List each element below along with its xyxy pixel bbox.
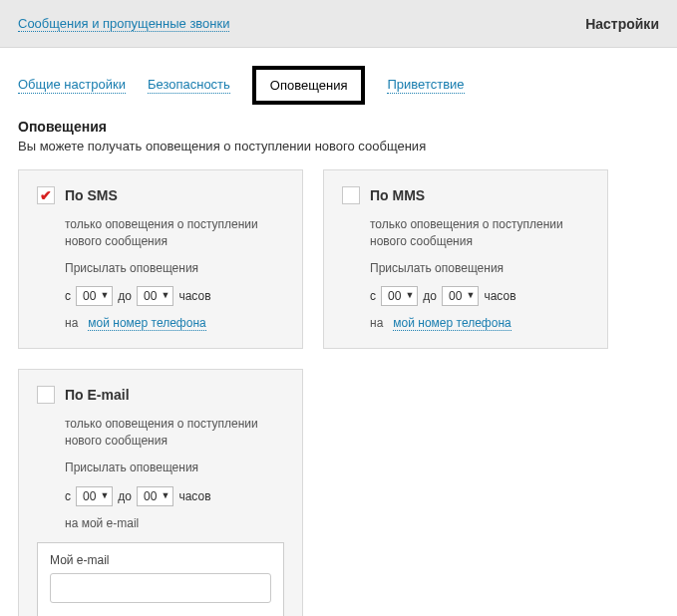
label-hours: часов	[178, 289, 210, 303]
card-sms-linkrow: на мой номер телефона	[65, 316, 284, 330]
select-email-from[interactable]: 00	[76, 486, 113, 506]
card-mms-header: По MMS	[342, 186, 589, 204]
select-sms-from[interactable]: 00	[76, 286, 113, 306]
link-mms-phone[interactable]: мой номер телефона	[393, 316, 510, 331]
label-on: на	[65, 316, 78, 330]
card-sms-sub: только оповещения о поступлении нового с…	[65, 216, 284, 250]
tabs: Общие настройки Безопасность Оповещения …	[0, 48, 677, 115]
card-email-header: По E-mail	[37, 386, 284, 404]
label-to: до	[118, 289, 132, 303]
select-email-to[interactable]: 00	[137, 486, 173, 506]
cards-row: По SMS только оповещения о поступлении н…	[18, 169, 659, 616]
tab-general[interactable]: Общие настройки	[18, 77, 126, 94]
email-input-box: Мой e-mail	[37, 542, 284, 616]
section-desc: Вы можете получать оповещения о поступле…	[18, 139, 659, 154]
select-sms-to[interactable]: 00	[137, 286, 173, 306]
card-sms-title: По SMS	[65, 187, 118, 203]
card-email-timerow: с 00 до 00 часов	[65, 486, 284, 506]
checkbox-email[interactable]	[37, 386, 55, 404]
card-sms-sendlabel: Присылать оповещения	[65, 260, 284, 277]
checkbox-mms[interactable]	[342, 186, 360, 204]
card-mms-linkrow: на мой номер телефона	[370, 316, 589, 330]
card-email-ontext: на мой e-mail	[65, 516, 284, 530]
link-sms-phone[interactable]: мой номер телефона	[88, 316, 205, 331]
breadcrumb-link[interactable]: Сообщения и пропущенные звонки	[18, 16, 229, 32]
tab-notifications[interactable]: Оповещения	[252, 66, 366, 105]
label-from: с	[370, 289, 376, 303]
section-title: Оповещения	[18, 119, 659, 135]
card-sms: По SMS только оповещения о поступлении н…	[18, 169, 303, 349]
card-mms: По MMS только оповещения о поступлении н…	[323, 169, 608, 349]
tab-greeting[interactable]: Приветствие	[387, 77, 464, 94]
card-email-title: По E-mail	[65, 387, 130, 403]
header-bar: Сообщения и пропущенные звонки Настройки	[0, 0, 677, 48]
page-title: Настройки	[585, 16, 659, 32]
label-hours: часов	[178, 489, 210, 503]
label-to: до	[423, 289, 437, 303]
card-mms-sendlabel: Присылать оповещения	[370, 260, 589, 277]
card-mms-title: По MMS	[370, 187, 425, 203]
label-from: с	[65, 289, 71, 303]
label-from: с	[65, 489, 71, 503]
card-mms-timerow: с 00 до 00 часов	[370, 286, 589, 306]
label-on: на	[370, 316, 383, 330]
card-email-sendlabel: Присылать оповещения	[65, 460, 284, 476]
label-to: до	[118, 489, 132, 503]
card-email-sub: только оповещения о поступлении нового с…	[65, 416, 284, 450]
checkbox-sms[interactable]	[37, 186, 55, 204]
card-sms-header: По SMS	[37, 186, 284, 204]
email-input-label: Мой e-mail	[50, 553, 271, 567]
select-mms-to[interactable]: 00	[442, 286, 479, 306]
label-hours: часов	[484, 289, 515, 303]
select-mms-from[interactable]: 00	[381, 286, 418, 306]
email-input[interactable]	[50, 573, 271, 603]
tab-security[interactable]: Безопасность	[148, 77, 230, 94]
card-mms-sub: только оповещения о поступлении нового с…	[370, 216, 589, 250]
card-email: По E-mail только оповещения о поступлени…	[18, 369, 303, 616]
section: Оповещения Вы можете получать оповещения…	[0, 115, 677, 616]
card-sms-timerow: с 00 до 00 часов	[65, 286, 284, 306]
